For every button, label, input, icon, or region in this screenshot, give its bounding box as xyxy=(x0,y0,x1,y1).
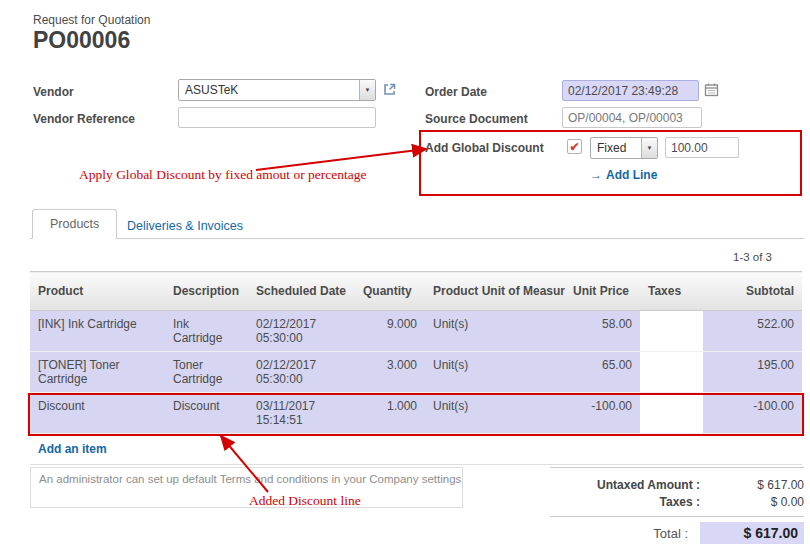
taxes-row: Taxes : $ 0.00 xyxy=(550,495,804,509)
total-label: Total : xyxy=(653,526,700,541)
cell-unit-price[interactable]: -100.00 xyxy=(565,393,640,434)
cell-uom[interactable]: Unit(s) xyxy=(425,311,565,352)
cell-scheduled-date[interactable]: 02/12/2017 05:30:00 xyxy=(248,311,355,352)
check-icon: ✔ xyxy=(569,141,579,153)
chevron-down-icon: ▼ xyxy=(359,80,375,100)
cell-taxes[interactable] xyxy=(640,311,703,352)
col-header-unit-price[interactable]: Unit Price xyxy=(565,272,640,311)
vendor-select[interactable]: ASUSTeK ▼ xyxy=(178,79,376,101)
calendar-icon[interactable] xyxy=(704,82,719,100)
col-header-uom[interactable]: Product Unit of Measure xyxy=(425,272,565,311)
discount-type-value: Fixed xyxy=(591,138,641,158)
totals-separator xyxy=(550,516,804,517)
taxes-label: Taxes : xyxy=(660,495,712,509)
external-link-icon[interactable] xyxy=(382,82,397,100)
table-row[interactable]: [TONER] Toner Cartridge Toner Cartridge … xyxy=(30,352,802,393)
cell-description[interactable]: Toner Cartridge xyxy=(165,352,248,393)
cell-quantity[interactable]: 9.000 xyxy=(355,311,425,352)
vendor-reference-input[interactable] xyxy=(178,107,376,128)
cell-unit-price[interactable]: 65.00 xyxy=(565,352,640,393)
cell-subtotal[interactable]: -100.00 xyxy=(703,393,802,434)
cell-description[interactable]: Discount xyxy=(165,393,248,434)
add-item-row: Add an item xyxy=(30,434,802,465)
vendor-select-value: ASUSTeK xyxy=(179,80,359,100)
cell-uom[interactable]: Unit(s) xyxy=(425,393,565,434)
untaxed-amount-row: Untaxed Amount : $ 617.00 xyxy=(550,478,804,492)
source-document-input[interactable] xyxy=(562,107,702,128)
col-header-product[interactable]: Product xyxy=(30,272,165,311)
annotation-discount-line-note: Added Discount line xyxy=(249,493,361,509)
totals-panel: Untaxed Amount : $ 617.00 Taxes : $ 0.00… xyxy=(550,467,804,546)
table-header-row: Product Description Scheduled Date Quant… xyxy=(30,272,802,311)
col-header-quantity[interactable]: Quantity xyxy=(355,272,425,311)
global-discount-checkbox[interactable]: ✔ xyxy=(567,139,582,154)
cell-scheduled-date[interactable]: 02/12/2017 05:30:00 xyxy=(248,352,355,393)
tab-deliveries-invoices[interactable]: Deliveries & Invoices xyxy=(127,219,243,233)
cell-subtotal[interactable]: 522.00 xyxy=(703,311,802,352)
discount-amount-input[interactable] xyxy=(665,137,739,158)
total-row: Total : $ 617.00 xyxy=(550,522,804,544)
cell-scheduled-date[interactable]: 03/11/2017 15:14:51 xyxy=(248,393,355,434)
col-header-taxes[interactable]: Taxes xyxy=(640,272,703,311)
vendor-reference-label: Vendor Reference xyxy=(33,112,135,126)
untaxed-amount-label: Untaxed Amount : xyxy=(597,478,712,492)
untaxed-amount-value: $ 617.00 xyxy=(712,478,804,492)
order-date-input[interactable] xyxy=(562,80,699,101)
notebook-tabbar: Products Deliveries & Invoices xyxy=(30,211,804,239)
total-value: $ 617.00 xyxy=(700,522,804,544)
annotation-global-discount-note: Apply Global Discount by fixed amout or … xyxy=(79,167,367,183)
cell-product[interactable]: [TONER] Toner Cartridge xyxy=(30,352,165,393)
cell-taxes[interactable] xyxy=(640,352,703,393)
tab-products[interactable]: Products xyxy=(32,209,117,239)
doc-type-label: Request for Quotation xyxy=(33,13,150,27)
source-document-label: Source Document xyxy=(425,112,528,126)
cell-product[interactable]: Discount xyxy=(30,393,165,434)
col-header-subtotal[interactable]: Subtotal xyxy=(703,272,802,311)
cell-product[interactable]: [INK] Ink Cartridge xyxy=(30,311,165,352)
cell-quantity[interactable]: 1.000 xyxy=(355,393,425,434)
order-date-label: Order Date xyxy=(425,85,487,99)
add-line-label: Add Line xyxy=(606,168,657,182)
vendor-label: Vendor xyxy=(33,85,74,99)
chevron-down-icon: ▼ xyxy=(641,138,657,158)
col-header-description[interactable]: Description xyxy=(165,272,248,311)
add-an-item-link[interactable]: Add an item xyxy=(38,442,107,456)
cell-taxes[interactable] xyxy=(640,393,703,434)
arrow-right-icon: → xyxy=(590,168,602,182)
add-line-link[interactable]: →Add Line xyxy=(590,168,657,182)
discount-type-select[interactable]: Fixed ▼ xyxy=(590,137,658,159)
list-pager[interactable]: 1-3 of 3 xyxy=(733,251,772,263)
col-header-scheduled-date[interactable]: Scheduled Date xyxy=(248,272,355,311)
page-title: PO00006 xyxy=(33,27,130,54)
cell-uom[interactable]: Unit(s) xyxy=(425,352,565,393)
cell-subtotal[interactable]: 195.00 xyxy=(703,352,802,393)
table-row-discount[interactable]: Discount Discount 03/11/2017 15:14:51 1.… xyxy=(30,393,802,434)
cell-unit-price[interactable]: 58.00 xyxy=(565,311,640,352)
cell-quantity[interactable]: 3.000 xyxy=(355,352,425,393)
cell-description[interactable]: Ink Cartridge xyxy=(165,311,248,352)
taxes-value: $ 0.00 xyxy=(712,495,804,509)
table-row[interactable]: [INK] Ink Cartridge Ink Cartridge 02/12/… xyxy=(30,311,802,352)
terms-and-conditions-box[interactable]: An administrator can set up default Term… xyxy=(30,467,463,508)
global-discount-label: Add Global Discount xyxy=(425,141,544,155)
order-lines-table: Product Description Scheduled Date Quant… xyxy=(30,271,802,465)
